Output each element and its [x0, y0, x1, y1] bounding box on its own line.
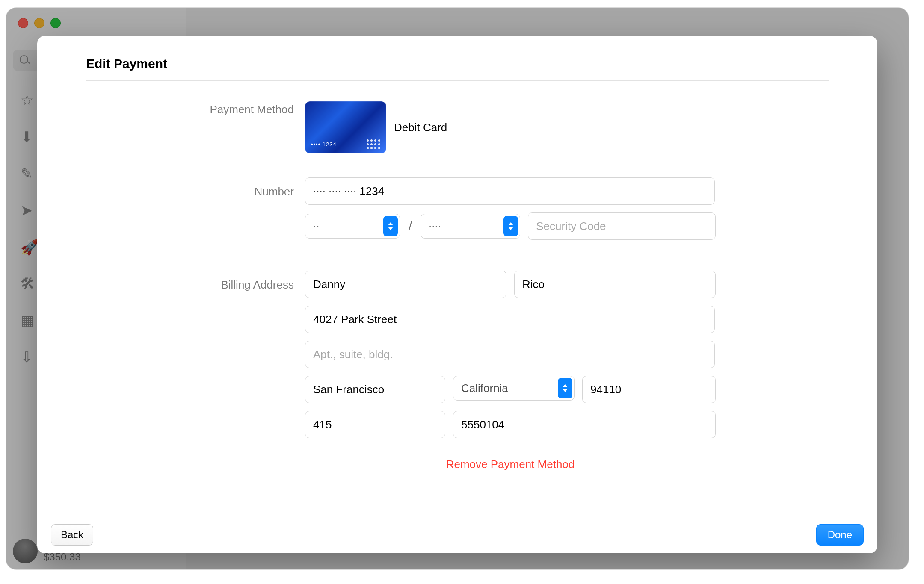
- billing-address-label: Billing Address: [67, 271, 305, 293]
- exp-year-value: ····: [429, 220, 441, 233]
- stepper-icon: [558, 378, 572, 398]
- state-popup[interactable]: California: [453, 376, 575, 401]
- exp-year-popup[interactable]: ····: [421, 214, 520, 239]
- phone-number-input[interactable]: [453, 411, 716, 438]
- card-number-input[interactable]: [305, 177, 715, 205]
- remove-payment-link[interactable]: Remove Payment Method: [305, 458, 716, 471]
- sheet-footer: Back Done: [37, 516, 877, 553]
- card-type: Debit Card: [394, 121, 447, 134]
- edit-payment-sheet: Edit Payment Payment Method •••• 1234: [37, 36, 877, 553]
- phone-area-input[interactable]: [305, 411, 445, 438]
- stepper-icon: [503, 216, 518, 236]
- street1-input[interactable]: [305, 306, 715, 333]
- date-separator: /: [409, 219, 412, 233]
- security-code-input[interactable]: [528, 212, 716, 240]
- sheet-title: Edit Payment: [86, 56, 877, 71]
- stepper-icon: [383, 216, 398, 236]
- state-value: California: [461, 382, 508, 395]
- last-name-input[interactable]: [514, 271, 716, 298]
- card-last4: •••• 1234: [311, 141, 337, 147]
- back-button[interactable]: Back: [51, 524, 93, 546]
- exp-month-popup[interactable]: ··: [305, 214, 400, 239]
- first-name-input[interactable]: [305, 271, 506, 298]
- card-graphic: •••• 1234: [305, 101, 386, 153]
- card-keypad-icon: [367, 139, 380, 149]
- street2-input[interactable]: [305, 341, 715, 368]
- number-label: Number: [67, 177, 305, 200]
- exp-month-value: ··: [313, 220, 319, 233]
- city-input[interactable]: [305, 376, 445, 403]
- done-button[interactable]: Done: [816, 524, 864, 546]
- zip-input[interactable]: [582, 376, 716, 403]
- payment-method-label: Payment Method: [67, 101, 305, 118]
- app-window: ☆ ⬇︎ ✎ ➤ 🚀 🛠 ▦ ⇩ Danny Rico $350.33 Edit…: [6, 8, 909, 569]
